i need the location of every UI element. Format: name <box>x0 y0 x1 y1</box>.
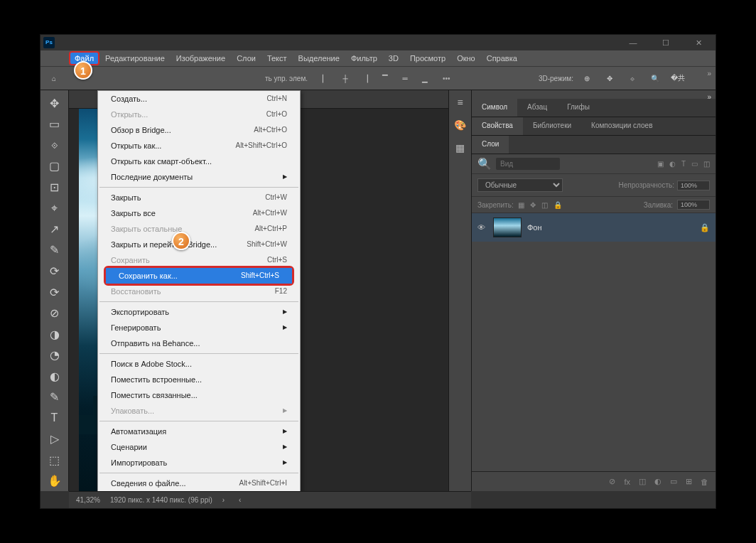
menu-window[interactable]: Окно <box>451 51 481 65</box>
status-arrow-icon[interactable]: › <box>222 496 225 504</box>
file-menu-импортировать[interactable]: Импортировать <box>98 455 300 471</box>
history-panel-icon[interactable]: ≡ <box>453 95 468 110</box>
share-icon[interactable]: �共 <box>669 69 687 87</box>
align-center-icon[interactable]: ┼ <box>336 69 355 87</box>
heal-tool[interactable]: ↗ <box>43 219 66 240</box>
menu-select[interactable]: Выделение <box>293 51 345 65</box>
menu-layers[interactable]: Слои <box>231 51 261 65</box>
eraser-tool[interactable]: ⊘ <box>43 303 66 323</box>
menu-help[interactable]: Справка <box>481 51 523 65</box>
hand-tool[interactable]: ✋ <box>43 471 66 492</box>
expand-icon[interactable]: » <box>707 70 711 77</box>
filter-pixel-icon[interactable]: ▣ <box>657 160 664 168</box>
type-tool[interactable]: T <box>43 408 66 429</box>
menu-filter[interactable]: Фильтр <box>345 51 383 65</box>
lock-all-icon[interactable]: 🔒 <box>554 201 562 209</box>
layer-item-background[interactable]: 👁 Фон 🔒 <box>472 213 716 242</box>
visibility-icon[interactable]: 👁 <box>477 223 487 232</box>
lasso-tool[interactable]: ⟐ <box>43 135 66 156</box>
align-left-icon[interactable]: ▏ <box>316 69 335 87</box>
lock-artboard-icon[interactable]: ◫ <box>541 201 548 209</box>
file-menu-открыть-как-[interactable]: Открыть как...Alt+Shift+Ctrl+O <box>98 138 300 154</box>
align-mid-icon[interactable]: ═ <box>396 69 414 87</box>
file-menu-закрыть-все[interactable]: Закрыть всеAlt+Ctrl+W <box>98 205 300 221</box>
file-menu-генерировать[interactable]: Генерировать <box>98 320 300 335</box>
home-icon[interactable]: ⌂ <box>45 69 63 87</box>
window-maximize-button[interactable]: ☐ <box>652 35 680 50</box>
tab-properties[interactable]: Свойства <box>472 117 523 135</box>
menu-image[interactable]: Изображение <box>171 51 231 65</box>
tab-layer-comps[interactable]: Композиции слоев <box>581 117 662 135</box>
file-menu-поместить-связанные-[interactable]: Поместить связанные... <box>98 387 300 403</box>
opacity-input[interactable] <box>677 181 710 190</box>
file-menu-сведения-о-файле-[interactable]: Сведения о файле...Alt+Shift+Ctrl+I <box>98 475 300 491</box>
panel-collapse-icon[interactable]: » <box>707 93 711 101</box>
lock-pixels-icon[interactable]: ▦ <box>518 201 524 209</box>
menu-view[interactable]: Просмотр <box>404 51 451 65</box>
align-right-icon[interactable]: ▕ <box>356 69 374 87</box>
new-layer-icon[interactable]: ⊞ <box>686 477 692 486</box>
tab-libraries[interactable]: Библиотеки <box>523 117 581 135</box>
file-menu-сценарии[interactable]: Сценарии <box>98 439 300 455</box>
menu-text[interactable]: Текст <box>261 51 293 65</box>
menu-3d[interactable]: 3D <box>383 51 404 65</box>
pen-tool[interactable]: ✎ <box>43 387 66 407</box>
file-menu-закрыть[interactable]: ЗакрытьCtrl+W <box>98 190 300 205</box>
shape-tool[interactable]: ⬚ <box>43 450 66 471</box>
window-minimize-button[interactable]: — <box>619 35 647 50</box>
tab-glyphs[interactable]: Глифы <box>557 99 600 117</box>
file-menu-автоматизация[interactable]: Автоматизация <box>98 424 300 439</box>
color-panel-icon[interactable]: 🎨 <box>453 117 468 133</box>
fx-icon[interactable]: fx <box>624 478 630 486</box>
crop-tool[interactable]: ▢ <box>43 156 66 177</box>
group-icon[interactable]: ▭ <box>670 477 677 486</box>
file-menu-создать-[interactable]: Создать...Ctrl+N <box>98 91 300 107</box>
history-brush-tool[interactable]: ⟳ <box>43 282 66 303</box>
eyedrop-tool[interactable]: ⌖ <box>43 198 66 219</box>
link-layers-icon[interactable]: ⊘ <box>609 477 615 486</box>
brush-tool[interactable]: ✎ <box>43 240 66 261</box>
align-top-icon[interactable]: ▔ <box>376 69 394 87</box>
fill-input[interactable] <box>677 200 710 210</box>
gradient-tool[interactable]: ◑ <box>43 324 66 345</box>
orbit-icon[interactable]: ⊕ <box>578 69 596 87</box>
tab-symbol[interactable]: Символ <box>472 99 517 117</box>
dolly-icon[interactable]: ⟐ <box>623 69 642 87</box>
marquee-tool[interactable]: ▭ <box>43 114 66 135</box>
adjustment-icon[interactable]: ◐ <box>654 477 662 486</box>
move-tool[interactable]: ✥ <box>43 93 66 114</box>
layer-kind-select[interactable] <box>496 158 560 170</box>
file-menu-поиск-в-adobe-stock-[interactable]: Поиск в Adobe Stock... <box>98 356 300 372</box>
mask-icon[interactable]: ◫ <box>639 477 646 486</box>
blend-mode-select[interactable]: Обычные <box>477 178 563 192</box>
window-close-button[interactable]: ✕ <box>684 35 713 50</box>
file-menu-последние-документы[interactable]: Последние документы <box>98 169 300 185</box>
menu-edit[interactable]: Редактирование <box>99 51 171 65</box>
tab-layers[interactable]: Слои <box>472 136 509 154</box>
tab-paragraph[interactable]: Абзац <box>517 99 557 117</box>
filter-shape-icon[interactable]: ▭ <box>691 160 698 168</box>
filter-smart-icon[interactable]: ◫ <box>703 160 710 168</box>
pan-icon[interactable]: ✥ <box>600 69 619 87</box>
frame-tool[interactable]: ⊡ <box>43 177 66 198</box>
file-menu-отправить-на-behance-[interactable]: Отправить на Behance... <box>98 335 300 351</box>
lock-pos-icon[interactable]: ✥ <box>530 201 536 209</box>
delete-layer-icon[interactable]: 🗑 <box>701 478 708 486</box>
layer-lock-icon[interactable]: 🔒 <box>700 223 710 232</box>
file-menu-поместить-встроенные-[interactable]: Поместить встроенные... <box>98 372 300 387</box>
filter-adjust-icon[interactable]: ◐ <box>669 160 676 168</box>
stamp-tool[interactable]: ⟳ <box>43 261 66 281</box>
file-menu-открыть-как-смарт-объект-[interactable]: Открыть как смарт-объект... <box>98 154 300 169</box>
swatches-panel-icon[interactable]: ▦ <box>453 140 468 156</box>
more-icon[interactable]: ••• <box>443 75 450 82</box>
file-menu-экспортировать[interactable]: Экспортировать <box>98 304 300 320</box>
dodge-tool[interactable]: ◐ <box>43 366 66 387</box>
path-tool[interactable]: ▷ <box>43 429 66 450</box>
zoom-value[interactable]: 41,32% <box>76 496 100 504</box>
file-menu-сохранить-как-[interactable]: Сохранить как...Shift+Ctrl+S <box>106 268 292 284</box>
search-icon[interactable]: 🔍 <box>646 69 664 87</box>
file-menu-закрыть-и-перейти-в-bridge-[interactable]: Закрыть и перейти в Bridge...Shift+Ctrl+… <box>98 237 300 252</box>
filter-type-icon[interactable]: T <box>681 160 686 168</box>
align-bottom-icon[interactable]: ▁ <box>416 69 434 87</box>
file-menu-обзор-в-bridge-[interactable]: Обзор в Bridge...Alt+Ctrl+O <box>98 122 300 138</box>
